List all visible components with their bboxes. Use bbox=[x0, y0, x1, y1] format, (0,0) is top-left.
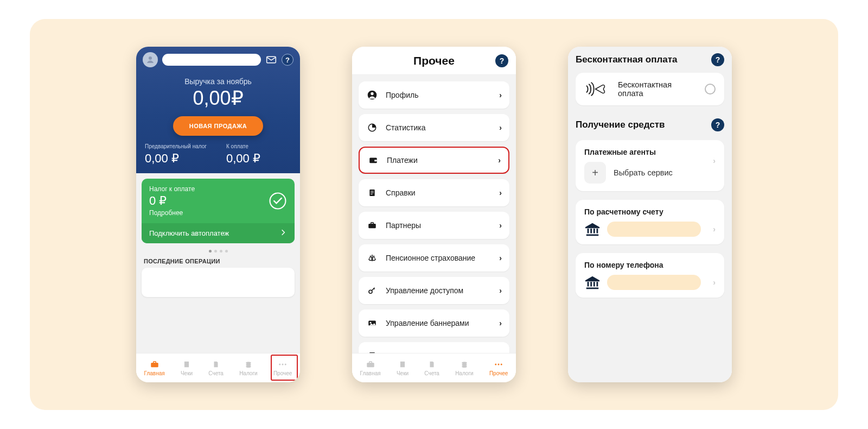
chevron-right-icon: › bbox=[498, 156, 501, 165]
nav-receipts[interactable]: Чеки bbox=[181, 360, 193, 376]
mail-icon[interactable] bbox=[265, 54, 277, 66]
svg-point-24 bbox=[369, 290, 372, 293]
contactless-card[interactable]: Бесконтактная оплата bbox=[576, 73, 724, 105]
chevron-right-icon: › bbox=[499, 188, 502, 197]
nav-invoices[interactable]: Счета bbox=[424, 360, 439, 376]
menu-banners[interactable]: Управление баннерами › bbox=[359, 310, 509, 337]
svg-point-13 bbox=[371, 92, 373, 95]
coins-icon bbox=[244, 360, 253, 369]
svg-rect-20 bbox=[371, 194, 372, 194]
chevron-right-icon: › bbox=[499, 221, 502, 230]
coins-icon bbox=[459, 360, 469, 369]
key-icon bbox=[366, 286, 378, 295]
svg-point-35 bbox=[495, 363, 496, 365]
contactless-label: Бесконтактная оплата bbox=[618, 80, 695, 98]
revenue-amount: 0,00₽ bbox=[143, 87, 293, 110]
svg-point-37 bbox=[501, 363, 502, 365]
to-pay-label: К оплате bbox=[226, 143, 291, 149]
header-panel: ? Выручка за ноябрь 0,00₽ НОВАЯ ПРОДАЖА … bbox=[136, 47, 300, 173]
svg-rect-22 bbox=[371, 223, 374, 224]
avatar[interactable] bbox=[143, 52, 158, 67]
help-icon[interactable]: ? bbox=[495, 54, 508, 67]
bank-icon bbox=[584, 275, 601, 290]
wallet-icon bbox=[367, 155, 379, 165]
svg-rect-5 bbox=[184, 361, 189, 367]
menu-partners[interactable]: Партнеры › bbox=[359, 212, 509, 239]
tax-card[interactable]: Налог к оплате 0 ₽ Подробнее Подключить … bbox=[142, 179, 295, 243]
nav-main[interactable]: Главная bbox=[360, 360, 381, 376]
search-input[interactable] bbox=[162, 54, 261, 66]
person-icon bbox=[366, 90, 378, 100]
funds-section-title: Получение средств bbox=[576, 119, 665, 130]
svg-point-34 bbox=[462, 365, 467, 368]
tax-card-amount: 0 ₽ bbox=[149, 194, 269, 208]
svg-rect-16 bbox=[374, 160, 377, 161]
agents-title: Платежные агенты bbox=[584, 148, 716, 156]
menu-profile[interactable]: Профиль › bbox=[359, 81, 509, 109]
chevron-right-icon: › bbox=[499, 91, 502, 99]
chevron-right-icon: › bbox=[713, 225, 716, 234]
chevron-right-icon: › bbox=[713, 278, 716, 287]
autopay-row[interactable]: Подключить автоплатеж bbox=[142, 223, 295, 243]
svg-point-0 bbox=[149, 56, 152, 60]
nav-receipts[interactable]: Чеки bbox=[397, 360, 409, 376]
banner-icon bbox=[366, 318, 378, 328]
svg-point-10 bbox=[282, 363, 284, 365]
dots-icon bbox=[494, 360, 503, 369]
help-icon[interactable]: ? bbox=[711, 53, 724, 66]
pretax-value: 0,00 ₽ bbox=[145, 152, 210, 166]
receipt-icon bbox=[398, 360, 407, 369]
by-account-title: По расчетному счету bbox=[584, 207, 716, 216]
dots-icon bbox=[278, 360, 288, 369]
operations-card[interactable] bbox=[142, 268, 295, 297]
help-icon[interactable]: ? bbox=[282, 54, 293, 66]
menu-references[interactable]: Справки › bbox=[359, 179, 509, 206]
menu-pension[interactable]: Пенсионное страхование › bbox=[359, 244, 509, 272]
chevron-right-icon: › bbox=[713, 156, 716, 165]
by-account-card[interactable]: По расчетному счету › bbox=[576, 200, 724, 244]
check-circle-icon bbox=[269, 192, 287, 210]
contactless-section-title: Бесконтактная оплата bbox=[576, 54, 678, 65]
autopay-label: Подключить автоплатеж bbox=[149, 229, 229, 237]
menu-receipt-editor[interactable]: Редактор чека › bbox=[359, 342, 509, 353]
menu-access[interactable]: Управление доступом › bbox=[359, 277, 509, 304]
contactless-radio[interactable] bbox=[705, 84, 716, 94]
last-operations-title: ПОСЛЕДНИЕ ОПЕРАЦИИ bbox=[142, 258, 295, 264]
briefcase-icon bbox=[150, 360, 159, 369]
help-icon[interactable]: ? bbox=[711, 118, 724, 131]
svg-rect-18 bbox=[371, 191, 373, 192]
svg-point-11 bbox=[285, 363, 286, 365]
menu-payments[interactable]: Платежи › bbox=[359, 147, 509, 174]
briefcase-icon bbox=[366, 220, 378, 230]
chevron-right-icon: › bbox=[499, 319, 502, 327]
svg-point-36 bbox=[498, 363, 500, 365]
payment-agents-card[interactable]: Платежные агенты + Выбрать сервис › bbox=[576, 140, 724, 191]
add-agent-button[interactable]: + bbox=[584, 162, 606, 184]
nav-other[interactable]: Прочее bbox=[489, 360, 508, 376]
svg-rect-31 bbox=[400, 361, 405, 367]
doc-icon bbox=[427, 360, 437, 369]
nav-main[interactable]: Главная bbox=[144, 360, 165, 376]
menu-statistics[interactable]: Статистика › bbox=[359, 114, 509, 141]
nav-taxes[interactable]: Налоги bbox=[455, 360, 474, 376]
page-indicator bbox=[142, 250, 295, 253]
to-pay-value: 0,00 ₽ bbox=[226, 152, 291, 166]
bank-icon bbox=[584, 222, 601, 237]
new-sale-button[interactable]: НОВАЯ ПРОДАЖА bbox=[173, 116, 263, 136]
by-phone-title: По номеру телефона bbox=[584, 261, 716, 269]
svg-point-26 bbox=[370, 322, 372, 324]
svg-point-9 bbox=[279, 363, 280, 365]
briefcase-icon bbox=[366, 360, 375, 369]
pension-icon bbox=[366, 253, 378, 263]
nav-other[interactable]: Прочее bbox=[273, 360, 292, 376]
nav-taxes[interactable]: Налоги bbox=[239, 360, 258, 376]
chevron-right-icon: › bbox=[499, 286, 502, 295]
screen2-title: Прочее bbox=[413, 54, 455, 67]
svg-point-8 bbox=[246, 365, 251, 368]
screen-payments: Бесконтактная оплата ? Бесконтактная опл… bbox=[568, 47, 732, 382]
nav-invoices[interactable]: Счета bbox=[208, 360, 224, 376]
revenue-label: Выручка за ноябрь bbox=[143, 77, 293, 86]
by-phone-card[interactable]: По номеру телефона › bbox=[576, 253, 724, 298]
choose-service-label: Выбрать сервис bbox=[614, 168, 716, 177]
screen-main: ? Выручка за ноябрь 0,00₽ НОВАЯ ПРОДАЖА … bbox=[136, 47, 300, 382]
